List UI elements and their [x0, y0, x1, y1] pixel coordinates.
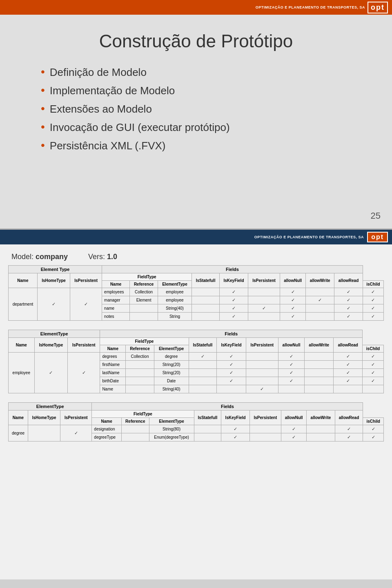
field-notes-isstatefull: ✓: [219, 313, 248, 321]
field-manager-iskeyfield: [248, 296, 280, 304]
th-allownull-3: allowNull: [281, 410, 306, 425]
field-manager-isstatefull: ✓: [219, 296, 248, 304]
th-ishometype-3: IsHomeType: [28, 410, 60, 425]
table-row: degree ✓ designation String(80) ✓ ✓ ✓ ✓: [9, 425, 384, 433]
th-ft-elementtype-3: ElementType: [149, 418, 194, 425]
entity-dept-ishometype: ✓: [37, 288, 70, 321]
slide1-page-number: 25: [371, 211, 381, 221]
bullet-dot-3: •: [41, 103, 45, 114]
field-name-allowread: ✓: [363, 304, 383, 313]
th-fieldtype-2: FieldType: [100, 338, 189, 345]
field-name-allownull: [306, 304, 334, 313]
field-designation-allowwrite: ✓: [335, 425, 363, 433]
field-lastname-allowread: ✓: [363, 369, 384, 377]
department-table: Element Type Fields Name IsHomeType IsPe…: [8, 265, 384, 321]
th-fields-2: Fields: [100, 330, 363, 338]
field-degreetype-isstatefull: ✓: [221, 433, 249, 442]
th-fieldtype-1: FieldType: [102, 273, 192, 281]
th-ispersistentf-2: IsPersistent: [246, 338, 278, 353]
field-degrees-ispersistent: ✓: [278, 353, 304, 361]
field-lastname-isstatefull: ✓: [217, 369, 246, 377]
opt2-abbr-box: opt: [367, 232, 388, 242]
table-row: department ✓ ✓ employees Collection empl…: [9, 288, 384, 296]
field-manager-ispersistent: ✓: [280, 296, 306, 304]
th-element-type-2: ElementType: [9, 330, 100, 338]
field-degreetype-ischild: [194, 433, 221, 442]
th-name-1: Name: [9, 273, 38, 288]
slide1: OPTIMIZAÇÃO E PLANEAMENTO DE TRANSPORTES…: [0, 0, 392, 229]
field-firstname-etype: String(20): [154, 361, 189, 369]
field-degrees-allowwrite: ✓: [334, 353, 363, 361]
bullet-dot-5: •: [41, 140, 45, 151]
field-degrees-allownull: [305, 353, 334, 361]
field-birthdate-allownull: [305, 377, 334, 385]
th-isstatefull-3: IsStatefull: [194, 410, 221, 425]
th-fields-3: Fields: [92, 403, 363, 410]
entity-dept-ispersistent: ✓: [70, 288, 102, 321]
field-designation-name: designation: [92, 425, 122, 433]
field-manager-allowread: ✓: [363, 296, 383, 304]
slide2-header: OPTIMIZAÇÃO E PLANEAMENTO DE TRANSPORTES…: [0, 230, 392, 244]
slide1-header: OPTIMIZAÇÃO E PLANEAMENTO DE TRANSPORTES…: [0, 0, 392, 15]
th-iskeyfield-1: IsKeyField: [219, 273, 248, 288]
field-firstname-ischild: [189, 361, 217, 369]
bullet-2: •Implementação de Modelo: [41, 84, 359, 97]
field-employees-ispersistent: ✓: [280, 288, 306, 296]
field-name-etype: String(40): [158, 304, 192, 313]
field-firstname-ref: [126, 361, 154, 369]
entity-emp-ishometype: ✓: [34, 353, 68, 393]
field-designation-etype: String(80): [149, 425, 194, 433]
slide1-bullets: •Definição de Modelo •Implementação de M…: [33, 66, 359, 152]
th-isstatefull-1: IsStatefull: [192, 273, 220, 288]
th-allowwrite-2: allowWrite: [305, 338, 334, 353]
field-firstname-isstatefull: ✓: [217, 361, 246, 369]
th-allownull-2: allowNull: [278, 338, 304, 353]
field-degrees-etype: degree: [154, 353, 189, 361]
field-birthdate-iskeyfield: [246, 377, 278, 385]
field-name-allowwrite: ✓: [334, 304, 363, 313]
field-designation-ischild: [194, 425, 221, 433]
bullet-4: •Invocação de GUI (executar protótipo): [41, 121, 359, 134]
field-name-isstatefull: ✓: [219, 304, 248, 313]
field-birthdate-etype: Date: [154, 377, 189, 385]
th-ispersistent-1: IsPersistent: [70, 273, 102, 288]
field-empname-etype: String(40): [154, 385, 189, 393]
field-designation-iskeyfield: [249, 425, 281, 433]
field-degrees-name: degrees: [100, 353, 126, 361]
entity-emp-ispersistent: ✓: [68, 353, 100, 393]
entity-deg-ispersistent: ✓: [60, 425, 92, 442]
field-employees-allowwrite: ✓: [334, 288, 363, 296]
bullet-text-2: Implementação de Modelo: [50, 84, 175, 97]
field-firstname-iskeyfield: [246, 361, 278, 369]
field-manager-etype: employee: [158, 296, 192, 304]
field-degreetype-etype: Enum(degreeType): [149, 433, 194, 442]
field-firstname-allowread: ✓: [363, 361, 384, 369]
employee-table: ElementType Fields Name IsHomeType IsPer…: [8, 330, 384, 393]
bullet-3: •Extensões ao Modelo: [41, 103, 359, 115]
field-manager-allownull: ✓: [306, 296, 334, 304]
field-employees-name: employees: [102, 288, 130, 296]
th-ft-name-1: Name: [102, 281, 130, 288]
field-lastname-ischild: [189, 369, 217, 377]
field-lastname-ispersistent: ✓: [278, 369, 304, 377]
vers-label: Vers:: [88, 253, 107, 261]
field-manager-name: manager: [102, 296, 130, 304]
th-allowread-3: allowRead: [335, 410, 363, 425]
bullet-text-5: Persistência XML (.FVX): [50, 140, 166, 152]
field-notes-ref: [130, 313, 158, 321]
field-birthdate-ischild: [189, 377, 217, 385]
th-ishometype-2: IsHomeType: [34, 338, 68, 353]
field-degrees-ischild: ✓: [189, 353, 217, 361]
field-birthdate-name: birthDate: [100, 377, 126, 385]
th-fields-1: Fields: [102, 266, 363, 273]
th-ispersistent-3: IsPersistent: [60, 410, 92, 425]
field-notes-ischild: [192, 313, 220, 321]
field-name-ref: [130, 304, 158, 313]
slide1-title: Construção de Protótipo: [33, 31, 359, 51]
field-degrees-allowread: ✓: [363, 353, 384, 361]
field-degreetype-allownull: [307, 433, 335, 442]
th-ft-elementtype-2: ElementType: [154, 345, 189, 353]
field-notes-etype: String: [158, 313, 192, 321]
field-firstname-allownull: [305, 361, 334, 369]
slide2-header-inner: OPTIMIZAÇÃO E PLANEAMENTO DE TRANSPORTES…: [254, 232, 388, 242]
